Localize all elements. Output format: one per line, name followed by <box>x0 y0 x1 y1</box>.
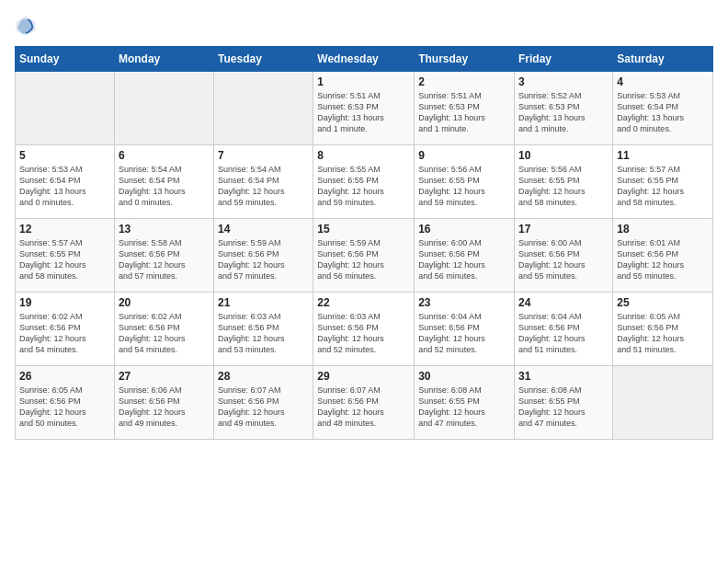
logo <box>15 15 40 37</box>
calendar-cell <box>214 72 313 145</box>
day-info: Sunrise: 5:55 AM Sunset: 6:55 PM Dayligh… <box>317 164 410 209</box>
calendar-cell: 6Sunrise: 5:54 AM Sunset: 6:54 PM Daylig… <box>114 145 213 219</box>
day-number: 21 <box>218 296 309 309</box>
calendar-cell: 4Sunrise: 5:53 AM Sunset: 6:54 PM Daylig… <box>613 72 713 145</box>
day-info: Sunrise: 6:02 AM Sunset: 6:56 PM Dayligh… <box>19 311 110 356</box>
day-number: 15 <box>317 223 410 236</box>
calendar-cell: 3Sunrise: 5:52 AM Sunset: 6:53 PM Daylig… <box>515 72 613 145</box>
weekday-header-wednesday: Wednesday <box>313 47 415 72</box>
calendar-cell: 8Sunrise: 5:55 AM Sunset: 6:55 PM Daylig… <box>313 145 415 219</box>
calendar-cell: 13Sunrise: 5:58 AM Sunset: 6:56 PM Dayli… <box>114 219 213 293</box>
calendar-cell: 14Sunrise: 5:59 AM Sunset: 6:56 PM Dayli… <box>214 219 313 293</box>
day-info: Sunrise: 5:51 AM Sunset: 6:53 PM Dayligh… <box>418 90 510 135</box>
day-number: 11 <box>617 149 709 162</box>
day-info: Sunrise: 5:54 AM Sunset: 6:54 PM Dayligh… <box>218 164 309 209</box>
calendar-cell: 30Sunrise: 6:08 AM Sunset: 6:55 PM Dayli… <box>415 366 515 440</box>
calendar-cell: 26Sunrise: 6:05 AM Sunset: 6:56 PM Dayli… <box>16 366 115 440</box>
calendar-cell: 22Sunrise: 6:03 AM Sunset: 6:56 PM Dayli… <box>313 293 415 366</box>
calendar-cell: 28Sunrise: 6:07 AM Sunset: 6:56 PM Dayli… <box>214 366 313 440</box>
day-number: 8 <box>317 149 410 162</box>
day-number: 17 <box>518 223 609 236</box>
calendar-cell: 18Sunrise: 6:01 AM Sunset: 6:56 PM Dayli… <box>613 219 713 293</box>
calendar-week-3: 12Sunrise: 5:57 AM Sunset: 6:55 PM Dayli… <box>16 219 713 293</box>
calendar-cell: 19Sunrise: 6:02 AM Sunset: 6:56 PM Dayli… <box>16 293 115 366</box>
day-info: Sunrise: 6:03 AM Sunset: 6:56 PM Dayligh… <box>317 311 410 356</box>
calendar-cell: 12Sunrise: 5:57 AM Sunset: 6:55 PM Dayli… <box>16 219 115 293</box>
day-info: Sunrise: 5:59 AM Sunset: 6:56 PM Dayligh… <box>218 237 309 282</box>
calendar-cell: 23Sunrise: 6:04 AM Sunset: 6:56 PM Dayli… <box>415 293 515 366</box>
page-header <box>15 15 713 37</box>
day-number: 13 <box>119 223 210 236</box>
day-number: 2 <box>418 75 510 88</box>
weekday-header-thursday: Thursday <box>415 47 515 72</box>
day-number: 14 <box>218 223 309 236</box>
day-info: Sunrise: 5:54 AM Sunset: 6:54 PM Dayligh… <box>119 164 210 209</box>
calendar-cell: 20Sunrise: 6:02 AM Sunset: 6:56 PM Dayli… <box>114 293 213 366</box>
day-number: 5 <box>19 149 110 162</box>
day-info: Sunrise: 6:04 AM Sunset: 6:56 PM Dayligh… <box>418 311 510 356</box>
day-info: Sunrise: 5:56 AM Sunset: 6:55 PM Dayligh… <box>418 164 510 209</box>
day-info: Sunrise: 6:08 AM Sunset: 6:55 PM Dayligh… <box>418 385 510 430</box>
day-number: 27 <box>119 370 210 383</box>
calendar-cell: 2Sunrise: 5:51 AM Sunset: 6:53 PM Daylig… <box>415 72 515 145</box>
day-info: Sunrise: 5:59 AM Sunset: 6:56 PM Dayligh… <box>317 237 410 282</box>
day-number: 7 <box>218 149 309 162</box>
day-info: Sunrise: 6:07 AM Sunset: 6:56 PM Dayligh… <box>317 385 410 430</box>
day-info: Sunrise: 5:51 AM Sunset: 6:53 PM Dayligh… <box>317 90 410 135</box>
day-info: Sunrise: 5:56 AM Sunset: 6:55 PM Dayligh… <box>518 164 609 209</box>
calendar-cell: 24Sunrise: 6:04 AM Sunset: 6:56 PM Dayli… <box>515 293 613 366</box>
day-number: 19 <box>19 296 110 309</box>
calendar-cell <box>16 72 115 145</box>
day-number: 25 <box>617 296 709 309</box>
weekday-header-friday: Friday <box>515 47 613 72</box>
day-number: 30 <box>418 370 510 383</box>
calendar-cell: 16Sunrise: 6:00 AM Sunset: 6:56 PM Dayli… <box>415 219 515 293</box>
day-number: 12 <box>19 223 110 236</box>
day-info: Sunrise: 6:00 AM Sunset: 6:56 PM Dayligh… <box>518 237 609 282</box>
day-info: Sunrise: 6:05 AM Sunset: 6:56 PM Dayligh… <box>617 311 709 356</box>
day-info: Sunrise: 6:06 AM Sunset: 6:56 PM Dayligh… <box>119 385 210 430</box>
calendar-cell: 10Sunrise: 5:56 AM Sunset: 6:55 PM Dayli… <box>515 145 613 219</box>
calendar-cell: 27Sunrise: 6:06 AM Sunset: 6:56 PM Dayli… <box>114 366 213 440</box>
day-info: Sunrise: 5:53 AM Sunset: 6:54 PM Dayligh… <box>19 164 110 209</box>
calendar-cell: 21Sunrise: 6:03 AM Sunset: 6:56 PM Dayli… <box>214 293 313 366</box>
weekday-header-monday: Monday <box>114 47 213 72</box>
generalblue-logo-icon <box>15 15 37 37</box>
day-number: 9 <box>418 149 510 162</box>
calendar-cell: 29Sunrise: 6:07 AM Sunset: 6:56 PM Dayli… <box>313 366 415 440</box>
day-number: 29 <box>317 370 410 383</box>
calendar-week-5: 26Sunrise: 6:05 AM Sunset: 6:56 PM Dayli… <box>16 366 713 440</box>
calendar-cell: 9Sunrise: 5:56 AM Sunset: 6:55 PM Daylig… <box>415 145 515 219</box>
day-info: Sunrise: 6:00 AM Sunset: 6:56 PM Dayligh… <box>418 237 510 282</box>
calendar-cell: 17Sunrise: 6:00 AM Sunset: 6:56 PM Dayli… <box>515 219 613 293</box>
calendar-cell: 1Sunrise: 5:51 AM Sunset: 6:53 PM Daylig… <box>313 72 415 145</box>
day-number: 24 <box>518 296 609 309</box>
calendar-cell: 7Sunrise: 5:54 AM Sunset: 6:54 PM Daylig… <box>214 145 313 219</box>
day-number: 1 <box>317 75 410 88</box>
calendar-cell: 31Sunrise: 6:08 AM Sunset: 6:55 PM Dayli… <box>515 366 613 440</box>
calendar-week-4: 19Sunrise: 6:02 AM Sunset: 6:56 PM Dayli… <box>16 293 713 366</box>
day-info: Sunrise: 5:58 AM Sunset: 6:56 PM Dayligh… <box>119 237 210 282</box>
calendar-table: SundayMondayTuesdayWednesdayThursdayFrid… <box>15 46 713 440</box>
calendar-week-1: 1Sunrise: 5:51 AM Sunset: 6:53 PM Daylig… <box>16 72 713 145</box>
day-number: 20 <box>119 296 210 309</box>
weekday-header-row: SundayMondayTuesdayWednesdayThursdayFrid… <box>16 47 713 72</box>
day-number: 6 <box>119 149 210 162</box>
day-number: 4 <box>617 75 709 88</box>
day-number: 23 <box>418 296 510 309</box>
day-number: 10 <box>518 149 609 162</box>
day-number: 16 <box>418 223 510 236</box>
day-info: Sunrise: 6:08 AM Sunset: 6:55 PM Dayligh… <box>518 385 609 430</box>
day-info: Sunrise: 5:53 AM Sunset: 6:54 PM Dayligh… <box>617 90 709 135</box>
day-number: 26 <box>19 370 110 383</box>
day-number: 22 <box>317 296 410 309</box>
day-number: 18 <box>617 223 709 236</box>
calendar-week-2: 5Sunrise: 5:53 AM Sunset: 6:54 PM Daylig… <box>16 145 713 219</box>
day-info: Sunrise: 6:03 AM Sunset: 6:56 PM Dayligh… <box>218 311 309 356</box>
day-info: Sunrise: 6:02 AM Sunset: 6:56 PM Dayligh… <box>119 311 210 356</box>
day-info: Sunrise: 5:52 AM Sunset: 6:53 PM Dayligh… <box>518 90 609 135</box>
day-info: Sunrise: 6:01 AM Sunset: 6:56 PM Dayligh… <box>617 237 709 282</box>
calendar-cell <box>613 366 713 440</box>
calendar-cell: 25Sunrise: 6:05 AM Sunset: 6:56 PM Dayli… <box>613 293 713 366</box>
weekday-header-saturday: Saturday <box>613 47 713 72</box>
